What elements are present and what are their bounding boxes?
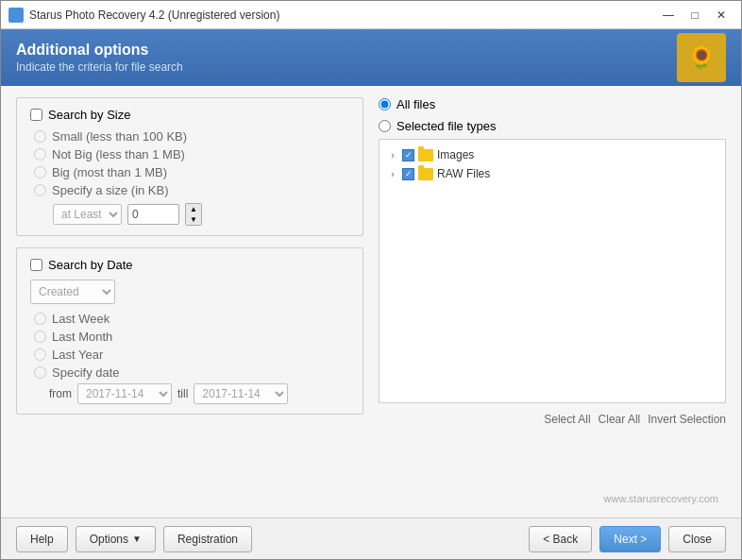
footer-left: Help Options ▼ Registration: [16, 526, 521, 552]
size-decrement-button[interactable]: ▼: [186, 214, 201, 225]
size-small-radio[interactable]: [34, 130, 46, 143]
tree-arrow-images: ›: [387, 149, 398, 161]
size-value-input[interactable]: [127, 204, 179, 225]
folder-icon-rawfiles: [418, 168, 433, 180]
search-by-date-checkbox[interactable]: [30, 259, 42, 271]
search-by-size-checkbox[interactable]: [30, 109, 42, 121]
header-text: Additional options Indicate the criteria…: [16, 42, 677, 74]
file-type-section: All files Selected file types › Images: [379, 97, 726, 491]
file-tree: › Images › RAW Files: [379, 139, 726, 403]
tree-label-rawfiles: RAW Files: [437, 167, 490, 180]
tree-checkbox-rawfiles[interactable]: [402, 168, 414, 180]
date-specify-radio[interactable]: [34, 366, 46, 379]
titlebar: Starus Photo Recovery 4.2 (Unregistered …: [1, 1, 741, 29]
date-specify-radio-label[interactable]: Specify date: [34, 365, 349, 380]
selected-types-radio-label[interactable]: Selected file types: [379, 119, 726, 133]
size-specify-radio-label[interactable]: Specify a size (in KB): [34, 183, 349, 197]
app-window: Starus Photo Recovery 4.2 (Unregistered …: [0, 0, 742, 560]
select-all-button[interactable]: Select All: [544, 413, 590, 426]
till-label: till: [177, 387, 188, 400]
app-icon: [8, 8, 24, 23]
maximize-button[interactable]: □: [683, 5, 707, 25]
main-content: Search by Size Small (less than 100 KB) …: [1, 86, 741, 518]
tree-item-images[interactable]: › Images: [385, 145, 719, 164]
from-label: from: [49, 387, 72, 400]
size-section-header: Search by Size: [30, 108, 349, 122]
size-specify-radio[interactable]: [34, 184, 46, 196]
watermark: www.starusrecovery.com: [16, 491, 726, 506]
panels: Search by Size Small (less than 100 KB) …: [16, 97, 726, 491]
size-modifier-select[interactable]: at Least: [53, 204, 122, 225]
date-lastyear-radio[interactable]: [34, 348, 46, 361]
header-logo: 🌻: [677, 33, 726, 82]
size-small-radio-label[interactable]: Small (less than 100 KB): [34, 129, 349, 144]
header-banner: Additional options Indicate the criteria…: [1, 29, 741, 86]
date-section: Search by Date Created Last Week L: [16, 247, 363, 415]
tree-checkbox-images[interactable]: [402, 149, 414, 161]
tree-item-rawfiles[interactable]: › RAW Files: [385, 164, 719, 183]
tree-arrow-rawfiles: ›: [387, 168, 398, 179]
date-till-select[interactable]: 2017-11-14: [194, 383, 288, 404]
clear-all-button[interactable]: Clear All: [599, 413, 641, 426]
date-from-select[interactable]: 2017-11-14: [77, 383, 172, 404]
date-lastmonth-radio[interactable]: [34, 331, 46, 343]
search-by-date-checkbox-label[interactable]: Search by Date: [30, 258, 133, 272]
date-lastweek-radio[interactable]: [34, 313, 46, 325]
date-lastweek-radio-label[interactable]: Last Week: [34, 312, 349, 326]
date-lastyear-radio-label[interactable]: Last Year: [34, 348, 349, 362]
selected-types-radio[interactable]: [379, 120, 391, 132]
window-controls: — □ ✕: [656, 5, 734, 25]
back-button[interactable]: < Back: [529, 526, 592, 552]
date-lastmonth-radio-label[interactable]: Last Month: [34, 330, 349, 344]
size-big-radio[interactable]: [34, 166, 46, 178]
all-files-radio[interactable]: [379, 98, 391, 110]
left-panel: Search by Size Small (less than 100 KB) …: [16, 97, 363, 491]
search-by-size-checkbox-label[interactable]: Search by Size: [30, 108, 130, 122]
invert-selection-button[interactable]: Invert Selection: [648, 413, 726, 426]
size-radio-group: Small (less than 100 KB) Not Big (less t…: [34, 129, 349, 226]
size-section: Search by Size Small (less than 100 KB) …: [16, 97, 363, 236]
footer: Help Options ▼ Registration < Back Next …: [1, 518, 741, 559]
file-actions: Select All Clear All Invert Selection: [379, 409, 726, 426]
minimize-button[interactable]: —: [656, 5, 681, 25]
close-window-button[interactable]: ✕: [709, 5, 734, 25]
all-files-radio-label[interactable]: All files: [379, 97, 726, 111]
options-button[interactable]: Options ▼: [76, 526, 156, 552]
size-increment-button[interactable]: ▲: [186, 204, 201, 214]
tree-label-images: Images: [437, 148, 474, 161]
size-big-radio-label[interactable]: Big (most than 1 MB): [34, 165, 349, 179]
size-input-row: at Least ▲ ▼: [53, 203, 349, 226]
date-range-row: from 2017-11-14 till 2017-11-14: [49, 383, 349, 404]
next-button[interactable]: Next >: [599, 526, 661, 552]
window-title: Starus Photo Recovery 4.2 (Unregistered …: [29, 8, 656, 22]
date-type-select[interactable]: Created: [30, 280, 115, 304]
header-subtitle: Indicate the criteria for file search: [16, 60, 677, 74]
size-spinner: ▲ ▼: [185, 203, 202, 226]
right-panel: All files Selected file types › Images: [379, 97, 726, 491]
registration-button[interactable]: Registration: [163, 526, 252, 552]
size-notbig-radio-label[interactable]: Not Big (less than 1 MB): [34, 147, 349, 161]
footer-right: < Back Next > Close: [529, 526, 726, 552]
header-title: Additional options: [16, 42, 677, 59]
date-radio-group: Last Week Last Month Last Year Spec: [34, 312, 349, 380]
close-button[interactable]: Close: [668, 526, 726, 552]
size-notbig-radio[interactable]: [34, 148, 46, 161]
date-section-header: Search by Date: [30, 258, 349, 272]
help-button[interactable]: Help: [16, 526, 68, 552]
folder-icon-images: [418, 149, 433, 161]
